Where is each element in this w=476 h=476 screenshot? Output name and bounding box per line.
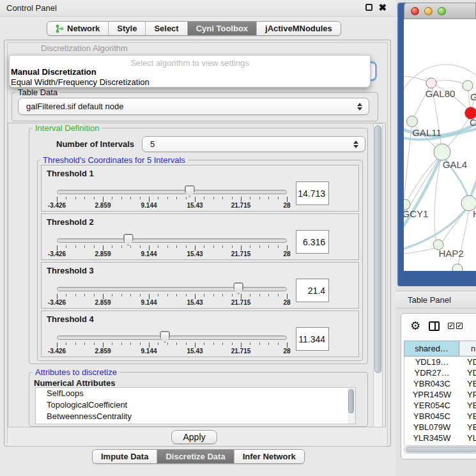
column-header-name[interactable]: n xyxy=(459,341,476,356)
attributes-list-scrollbar[interactable] xyxy=(348,388,355,424)
network-node-label: GAL80 xyxy=(426,88,456,99)
vertical-scrollbar[interactable] xyxy=(373,123,383,446)
table-row[interactable]: YLR345W YLR3 xyxy=(404,433,476,443)
network-node[interactable] xyxy=(407,116,418,127)
tick-mark xyxy=(287,245,288,250)
network-edge-thick[interactable] xyxy=(404,155,442,233)
combo-stepper-icon xyxy=(357,103,362,111)
attribute-list-item[interactable]: BetweennessCentrality xyxy=(36,411,355,422)
tick-label: -3.426 xyxy=(48,250,66,257)
float-panel-icon[interactable] xyxy=(365,4,372,11)
slider-thumb[interactable] xyxy=(233,282,243,295)
table-row[interactable]: YDR27… YDR2 xyxy=(404,367,476,378)
slider-track[interactable] xyxy=(57,190,287,194)
column-visibility-icons[interactable]: ✓ ✓ xyxy=(448,323,463,329)
network-node[interactable] xyxy=(452,264,463,271)
table-row[interactable]: YDL19… YDL1 xyxy=(404,357,476,367)
tick-mark xyxy=(167,245,168,248)
tick-mark xyxy=(66,294,66,296)
table-row[interactable]: YPR145W YPR1 xyxy=(404,389,476,400)
tab-style[interactable]: Style xyxy=(109,22,146,35)
slider-track[interactable] xyxy=(57,287,287,291)
tab-impute-data[interactable]: Impute Data xyxy=(93,450,157,463)
attribute-list-item[interactable]: TopologicalCoefficient xyxy=(36,399,355,411)
attribute-list-item[interactable]: SelfLoops xyxy=(36,388,355,399)
slider-track[interactable] xyxy=(57,238,287,243)
column-header-shared-name[interactable]: shared… xyxy=(404,341,459,356)
tab-select[interactable]: Select xyxy=(146,22,187,35)
slider-thumb[interactable] xyxy=(123,234,134,246)
tick-mark xyxy=(250,245,250,248)
network-node-label: GAL4 xyxy=(443,159,467,170)
threshold-value-field[interactable]: 11.344 xyxy=(296,327,329,351)
network-node[interactable] xyxy=(434,144,450,160)
tick-label: 21.715 xyxy=(231,299,251,306)
tick-label: 28 xyxy=(283,299,290,306)
tab-label: Cyni Toolbox xyxy=(196,24,248,33)
network-canvas[interactable]: GAL80G.CGAL11GAL4GCY1HHAP2 xyxy=(404,19,476,271)
table-toolbar: ⚙ ✓ ✓ xyxy=(401,314,476,338)
tick-mark xyxy=(103,197,104,202)
tick-mark xyxy=(232,197,233,199)
tab-label: jActiveMNodules xyxy=(265,24,332,33)
slider-thumb[interactable] xyxy=(185,185,195,197)
network-edge[interactable] xyxy=(404,247,438,254)
network-edge-thick[interactable] xyxy=(470,167,476,199)
number-of-intervals-combobox[interactable]: 5 xyxy=(142,136,365,152)
numerical-attributes-list[interactable]: SelfLoopsTopologicalCoefficientBetweenne… xyxy=(35,387,356,424)
table-row[interactable]: YER054C YER0 xyxy=(404,400,476,411)
network-window-titlebar[interactable] xyxy=(404,3,476,19)
checkbox-icon[interactable]: ✓ xyxy=(456,323,463,329)
tab-discretize-data[interactable]: Discretize Data xyxy=(157,450,234,463)
network-icon xyxy=(56,24,64,33)
tab-cyni-toolbox[interactable]: Cyni Toolbox xyxy=(188,22,257,35)
tab-infer-network[interactable]: Infer Network xyxy=(234,450,304,463)
cell-name: YDL1 xyxy=(459,357,476,367)
slider-track[interactable] xyxy=(57,335,287,340)
vertical-scrollbar-thumb[interactable] xyxy=(374,125,381,373)
tab-label: Impute Data xyxy=(101,452,148,461)
tick-mark xyxy=(195,245,196,250)
threshold-value-field[interactable]: 14.713 xyxy=(296,181,329,205)
tick-mark xyxy=(167,197,168,199)
slider-thumb[interactable] xyxy=(160,331,170,343)
gear-icon[interactable]: ⚙ xyxy=(410,320,420,332)
tick-mark xyxy=(94,245,95,248)
table-row[interactable]: YBR043C YBR0 xyxy=(404,378,476,389)
close-window-icon[interactable] xyxy=(411,7,419,15)
dropdown-item-manual[interactable]: Manual Discretization xyxy=(11,67,96,77)
panel-title: Control Panel xyxy=(6,3,57,13)
threshold-value-field[interactable]: 6.316 xyxy=(296,230,329,254)
attributes-list-scrollbar-thumb[interactable] xyxy=(348,389,354,413)
tick-labels: -3.4262.8599.14415.4321.71528 xyxy=(57,299,287,307)
tab-network[interactable]: Network xyxy=(47,22,109,35)
network-edge[interactable] xyxy=(404,124,412,199)
dropdown-item-equal-width[interactable]: Equal Width/Frequency Discretization xyxy=(11,77,150,87)
bottom-tab-bar: Impute Data Discretize Data Infer Networ… xyxy=(92,449,305,464)
network-node[interactable] xyxy=(463,81,473,91)
tick-mark xyxy=(186,294,187,296)
tick-label: 21.715 xyxy=(231,202,251,209)
minimize-window-icon[interactable] xyxy=(424,7,433,15)
slider-ticks xyxy=(57,294,287,299)
table-horizontal-scrollbar[interactable] xyxy=(404,445,476,454)
tick-mark xyxy=(158,342,158,345)
checkbox-icon[interactable]: ✓ xyxy=(448,323,454,329)
table-row[interactable]: YBL079W YBL0 xyxy=(404,422,476,433)
right-region: GAL80G.CGAL11GAL4GCY1HHAP2 Table Panel ⚙… xyxy=(395,0,476,476)
tick-mark xyxy=(112,245,112,248)
table-row[interactable]: YBR045C YBR0 xyxy=(404,411,476,422)
zoom-window-icon[interactable] xyxy=(438,7,446,15)
tab-jactivemnodules[interactable]: jActiveMNodules xyxy=(257,22,341,35)
cell-name: YER0 xyxy=(459,400,476,411)
table-data-combobox[interactable]: galFiltered.sif default node xyxy=(18,98,369,115)
tick-mark xyxy=(140,294,141,296)
table-horizontal-scrollbar-thumb[interactable] xyxy=(406,447,476,452)
threshold-value-field[interactable]: 21.4 xyxy=(296,279,329,302)
split-columns-icon[interactable] xyxy=(429,321,440,331)
tick-mark xyxy=(213,294,214,296)
apply-button[interactable]: Apply xyxy=(171,430,217,444)
close-panel-icon[interactable]: ✖ xyxy=(378,4,387,11)
network-node[interactable] xyxy=(426,78,436,88)
tick-label: 28 xyxy=(283,348,290,355)
